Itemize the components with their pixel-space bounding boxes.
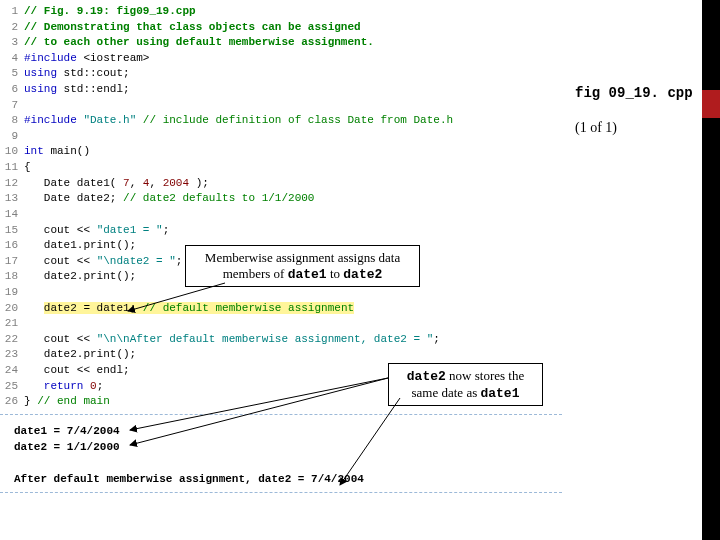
callout-line: Memberwise assignment assigns data <box>194 250 411 266</box>
callout-date2: date2 now stores the same date as date1 <box>388 363 543 406</box>
code-line: 13 Date date2; // date2 defaults to 1/1/… <box>0 191 562 207</box>
line-number: 13 <box>0 191 24 207</box>
code-line: 12 Date date1( 7, 4, 2004 ); <box>0 176 562 192</box>
code-text: #include <iostream> <box>24 51 149 67</box>
code-text: #include "Date.h" // include definition … <box>24 113 453 129</box>
output-line: date1 = 7/4/2004 <box>14 424 562 440</box>
code-listing: 1// Fig. 9.19: fig09_19.cpp2// Demonstra… <box>0 4 562 415</box>
code-line: 22 cout << "\n\nAfter default memberwise… <box>0 332 562 348</box>
code-line: 1// Fig. 9.19: fig09_19.cpp <box>0 4 562 20</box>
line-number: 17 <box>0 254 24 270</box>
line-number: 7 <box>0 98 24 114</box>
line-number: 8 <box>0 113 24 129</box>
code-text: cout << endl; <box>24 363 130 379</box>
code-text <box>24 98 31 114</box>
code-line: 20 date2 = date1; // default memberwise … <box>0 301 562 317</box>
code-text <box>24 285 31 301</box>
code-text: date1.print(); <box>24 238 136 254</box>
code-text: Date date1( 7, 4, 2004 ); <box>24 176 209 192</box>
code-text: using std::cout; <box>24 66 130 82</box>
line-number: 21 <box>0 316 24 332</box>
file-title: fig 09_19. cpp <box>575 85 693 101</box>
code-text: date2.print(); <box>24 269 136 285</box>
code-text: { <box>24 160 31 176</box>
code-line: 4#include <iostream> <box>0 51 562 67</box>
program-output: date1 = 7/4/2004date2 = 1/1/2000 After d… <box>0 420 562 493</box>
line-number: 22 <box>0 332 24 348</box>
code-line: 10int main() <box>0 144 562 160</box>
line-number: 23 <box>0 347 24 363</box>
code-line: 21 <box>0 316 562 332</box>
code-text: } // end main <box>24 394 110 410</box>
code-line: 5using std::cout; <box>0 66 562 82</box>
code-line: 15 cout << "date1 = "; <box>0 223 562 239</box>
line-number: 3 <box>0 35 24 51</box>
code-text: date2.print(); <box>24 347 136 363</box>
code-line: 3// to each other using default memberwi… <box>0 35 562 51</box>
line-number: 4 <box>0 51 24 67</box>
code-line: 23 date2.print(); <box>0 347 562 363</box>
line-number: 15 <box>0 223 24 239</box>
line-number: 26 <box>0 394 24 410</box>
code-text <box>24 207 31 223</box>
code-text: Date date2; // date2 defaults to 1/1/200… <box>24 191 314 207</box>
code-text: date2 = date1; // default memberwise ass… <box>24 301 354 317</box>
output-line: After default memberwise assignment, dat… <box>14 472 562 488</box>
line-number: 6 <box>0 82 24 98</box>
line-number: 19 <box>0 285 24 301</box>
line-number: 12 <box>0 176 24 192</box>
code-text: cout << "\n\nAfter default memberwise as… <box>24 332 440 348</box>
line-number: 1 <box>0 4 24 20</box>
callout-line: same date as date1 <box>397 385 534 402</box>
code-text <box>24 316 31 332</box>
code-line: 14 <box>0 207 562 223</box>
output-line: date2 = 1/1/2000 <box>14 440 562 456</box>
code-line: 2// Demonstrating that class objects can… <box>0 20 562 36</box>
code-line: 8#include "Date.h" // include definition… <box>0 113 562 129</box>
code-text: int main() <box>24 144 90 160</box>
code-text: // Demonstrating that class objects can … <box>24 20 361 36</box>
line-number: 20 <box>0 301 24 317</box>
code-text: // Fig. 9.19: fig09_19.cpp <box>24 4 196 20</box>
code-text: return 0; <box>24 379 103 395</box>
line-number: 25 <box>0 379 24 395</box>
code-text: cout << "date1 = "; <box>24 223 169 239</box>
code-line: 11{ <box>0 160 562 176</box>
code-text: cout << "\ndate2 = "; <box>24 254 182 270</box>
callout-line: members of date1 to date2 <box>194 266 411 283</box>
code-line: 9 <box>0 129 562 145</box>
right-accent-strip <box>702 0 720 540</box>
line-number: 11 <box>0 160 24 176</box>
code-text <box>24 129 31 145</box>
code-line: 19 <box>0 285 562 301</box>
line-number: 5 <box>0 66 24 82</box>
code-line: 7 <box>0 98 562 114</box>
line-number: 16 <box>0 238 24 254</box>
code-line: 6using std::endl; <box>0 82 562 98</box>
line-number: 9 <box>0 129 24 145</box>
code-text: // to each other using default memberwis… <box>24 35 374 51</box>
line-number: 14 <box>0 207 24 223</box>
page-indicator: (1 of 1) <box>575 120 617 136</box>
line-number: 10 <box>0 144 24 160</box>
line-number: 18 <box>0 269 24 285</box>
output-line <box>14 456 562 472</box>
callout-line: date2 now stores the <box>397 368 534 385</box>
line-number: 24 <box>0 363 24 379</box>
line-number: 2 <box>0 20 24 36</box>
callout-memberwise: Memberwise assignment assigns data membe… <box>185 245 420 287</box>
code-text: using std::endl; <box>24 82 130 98</box>
